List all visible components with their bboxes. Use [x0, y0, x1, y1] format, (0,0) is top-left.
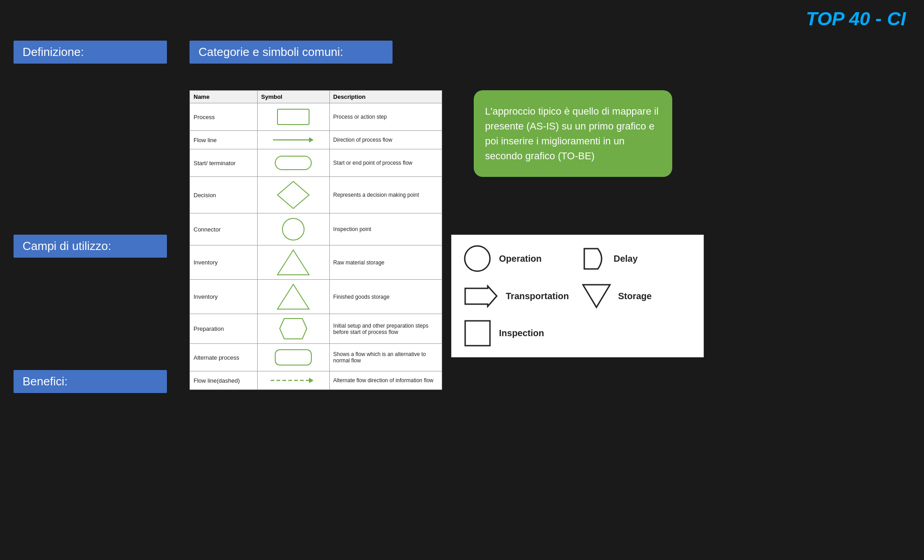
inspection-label: Inspection [499, 328, 544, 338]
table-row: Preparation Initial setup and other prep… [190, 314, 442, 344]
table-row: Inventory Raw material storage [190, 245, 442, 280]
svg-rect-0 [277, 109, 309, 125]
table-row: Decision Represents a decision making po… [190, 177, 442, 213]
storage-label: Storage [618, 291, 651, 301]
table-row: Start/ terminator Start or end point of … [190, 149, 442, 177]
svg-point-5 [282, 218, 304, 240]
delay-label: Delay [614, 254, 638, 264]
svg-marker-7 [277, 284, 309, 309]
svg-rect-9 [275, 350, 311, 365]
delay-icon [582, 244, 607, 273]
legend-item-operation: Operation [463, 244, 573, 273]
legend-item-inspection: Inspection [463, 319, 573, 348]
svg-marker-8 [280, 319, 307, 339]
operation-icon [463, 244, 492, 273]
table-row: Connector Inspection point [190, 213, 442, 245]
svg-marker-13 [465, 286, 497, 306]
svg-rect-15 [465, 321, 490, 346]
table-row: Inventory Finished goods storage [190, 280, 442, 314]
transportation-label: Transportation [506, 291, 569, 301]
svg-point-12 [465, 246, 490, 271]
svg-marker-2 [309, 137, 314, 143]
legend-box: Operation Delay Transportation Storage [451, 235, 704, 357]
col-desc: Description [329, 91, 442, 103]
transportation-icon [463, 284, 499, 309]
inspection-icon [463, 319, 492, 348]
table-row: Alternate process Shows a flow which is … [190, 344, 442, 371]
legend-item-delay: Delay [582, 244, 692, 273]
benefici-header: Benefici: [14, 370, 167, 393]
page-title: TOP 40 - CI [806, 8, 906, 30]
svg-marker-4 [277, 181, 309, 208]
definizione-header: Definizione: [14, 41, 167, 64]
storage-icon [582, 282, 611, 310]
operation-label: Operation [499, 254, 541, 264]
col-symbol: Symbol [257, 91, 329, 103]
table-row: Flow line(dashed) Alternate flow directi… [190, 371, 442, 390]
legend-item-transportation: Transportation [463, 282, 573, 310]
green-info-box: L'approccio tipico è quello di mappare i… [474, 90, 672, 177]
svg-marker-6 [277, 250, 309, 275]
svg-marker-11 [309, 378, 314, 383]
col-name: Name [190, 91, 258, 103]
legend-item-storage: Storage [582, 282, 692, 310]
svg-rect-3 [275, 156, 311, 170]
flowchart-table: Name Symbol Description Process Process … [189, 90, 442, 390]
svg-marker-14 [583, 285, 610, 307]
categorie-header: Categorie e simboli comuni: [189, 41, 393, 64]
campi-header: Campi di utilizzo: [14, 235, 167, 258]
table-row: Process Process or action step [190, 103, 442, 131]
table-row: Flow line Direction of process flow [190, 131, 442, 149]
